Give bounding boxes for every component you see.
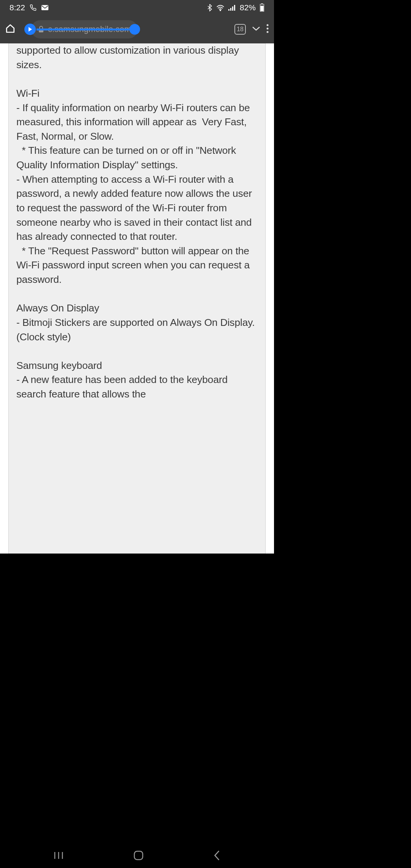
svg-rect-2 [228,9,229,11]
section-heading: Always On Display [16,301,258,316]
battery-text: 82% [240,3,256,12]
svg-rect-4 [232,6,233,11]
progress-slider[interactable] [24,24,140,35]
call-icon [30,4,37,11]
svg-point-10 [267,24,269,26]
wifi-icon [216,4,225,11]
tab-count[interactable]: 18 [234,24,246,35]
svg-rect-3 [230,8,231,11]
status-right: 82% [207,3,264,12]
section-body: - If quality information on nearby Wi-Fi… [16,101,258,287]
content-line: supported to allow customization in vari… [16,43,258,72]
svg-point-12 [267,31,269,33]
section-heading: Wi-Fi [16,86,258,101]
chevron-down-icon[interactable] [252,26,260,33]
slider-track[interactable] [37,29,129,30]
status-left: 8:22 [10,3,49,12]
mail-icon [41,5,49,11]
browser-toolbar: c.samsungmobile.com 18 [0,15,274,43]
more-icon[interactable] [266,24,269,35]
content-blank [16,72,258,86]
status-bar: 8:22 82% [0,0,274,15]
svg-rect-5 [234,5,235,11]
section-heading: Samsung keyboard [16,359,258,373]
content-blank [16,344,258,359]
svg-rect-8 [261,6,264,11]
home-icon[interactable] [5,24,17,35]
slider-thumb[interactable] [129,24,140,35]
status-time: 8:22 [10,3,25,12]
section-body: - Bitmoji Stickers are supported on Alwa… [16,316,258,344]
signal-icon [228,5,236,11]
content-blank [16,287,258,302]
svg-point-11 [267,28,269,30]
page-content[interactable]: supported to allow customization in vari… [0,43,274,554]
play-icon[interactable] [24,24,36,35]
svg-point-1 [220,10,221,11]
section-body: - A new feature has been added to the ke… [16,373,258,401]
bluetooth-icon [207,4,212,11]
battery-icon [260,3,264,12]
svg-rect-0 [41,5,48,10]
